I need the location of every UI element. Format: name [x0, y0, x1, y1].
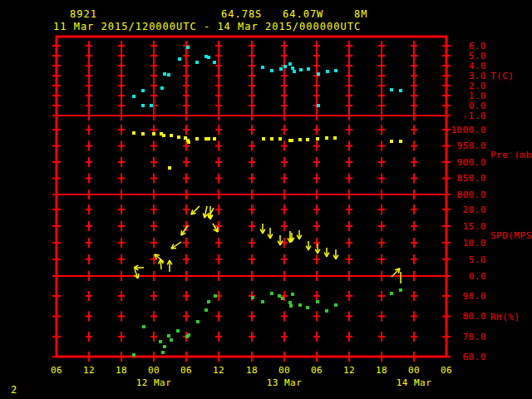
data-point-premb: [270, 137, 273, 140]
data-point-premb: [162, 134, 165, 137]
y-tick-label: 1000.0: [446, 126, 486, 135]
data-point-premb: [141, 132, 145, 135]
data-point-rh: [214, 294, 217, 298]
data-point-tc: [317, 72, 320, 76]
x-hour-label: 00: [278, 366, 290, 375]
y-tick-label: 800.0: [446, 190, 486, 200]
y-tick-label: 70.0: [446, 332, 486, 342]
x-date-label: 12 Mar: [136, 378, 172, 387]
data-point-premb: [290, 139, 293, 142]
y-tick-label: 0.0: [446, 101, 486, 111]
y-tick-label: 0.0: [446, 272, 486, 281]
data-point-premb: [177, 135, 180, 139]
data-point-rh: [291, 293, 294, 296]
data-point-tc: [160, 86, 164, 90]
y-tick-label: 15.0: [446, 222, 486, 231]
y-axis-unit-label: Pre (mb): [490, 150, 532, 160]
x-hour-label: 12: [213, 366, 224, 375]
x-hour-label: 00: [408, 366, 420, 375]
data-point-premb: [390, 140, 393, 143]
elevation-label: 8M: [354, 9, 367, 19]
data-point-premb: [333, 136, 337, 140]
data-point-tc: [213, 61, 216, 64]
longitude-label: 64.07W: [283, 9, 323, 19]
x-hour-label: 18: [246, 366, 258, 375]
data-point-rh: [270, 292, 273, 295]
data-point-rh: [251, 296, 254, 299]
data-point-premb: [213, 137, 216, 140]
x-date-label: 14 Mar: [397, 378, 432, 387]
data-point-rh: [176, 329, 180, 332]
data-point-tc: [390, 88, 393, 91]
data-point-rh: [132, 353, 135, 357]
y-tick-label: 4.0: [446, 62, 486, 71]
wind-arrow-head: [171, 248, 176, 249]
data-point-rh: [306, 306, 309, 309]
data-point-rh: [288, 301, 292, 304]
data-point-tc: [178, 57, 181, 61]
y-tick-label: 950.0: [446, 141, 486, 150]
data-point-tc: [186, 46, 190, 49]
data-point-tc: [299, 68, 303, 71]
x-hour-label: 12: [83, 366, 95, 375]
data-point-premb: [316, 137, 319, 140]
x-hour-label: 12: [343, 366, 355, 375]
y-tick-label: 10.0: [446, 239, 486, 248]
data-point-rh: [316, 300, 319, 303]
station-id: 8921: [70, 9, 97, 19]
data-point-rh: [261, 300, 264, 303]
data-point-rh: [170, 338, 173, 342]
data-point-tc: [141, 104, 145, 107]
data-point-premb: [298, 138, 302, 141]
data-point-tc: [150, 104, 153, 107]
data-point-tc: [283, 65, 287, 68]
data-point-tc: [399, 89, 402, 92]
data-point-tc: [132, 95, 135, 98]
data-point-rh: [207, 300, 210, 303]
data-point-rh: [187, 333, 190, 337]
data-point-rh: [163, 345, 166, 348]
y-tick-label: 3.0: [446, 71, 486, 81]
y-tick-label: 5.0: [446, 255, 486, 264]
latitude-label: 64.78S: [221, 9, 262, 19]
y-tick-label: 5.0: [446, 52, 486, 61]
y-tick-label: 20.0: [446, 205, 486, 214]
data-point-tc: [141, 89, 145, 92]
data-point-tc: [270, 69, 273, 72]
data-point-rh: [196, 320, 200, 323]
y-tick-label: -1.0: [446, 111, 486, 121]
data-point-premb: [262, 137, 265, 140]
wind-arrow-head: [138, 273, 139, 278]
x-hour-label: 06: [51, 366, 62, 375]
y-tick-label: 1.0: [446, 91, 486, 101]
data-point-rh: [390, 292, 393, 295]
data-point-premb: [170, 134, 173, 137]
meteogram-screen: 8921 64.78S 64.07W 8M 11 Mar 2015/120000…: [0, 0, 532, 399]
data-point-tc: [291, 66, 294, 70]
x-hour-label: 18: [116, 366, 127, 375]
data-point-rh: [204, 308, 208, 312]
data-point-tc: [317, 104, 320, 107]
data-point-rh: [167, 334, 170, 337]
y-tick-label: 60.0: [446, 352, 486, 362]
data-point-rh: [142, 325, 145, 328]
data-point-rh: [161, 351, 165, 354]
data-point-rh: [281, 297, 284, 300]
data-point-tc: [261, 66, 264, 69]
time-range-label: 11 Mar 2015/120000UTC - 14 Mar 2015/0000…: [53, 22, 361, 32]
x-hour-label: 06: [311, 366, 323, 375]
page-number: 2: [11, 385, 17, 395]
data-point-rh: [298, 303, 302, 307]
data-point-tc: [207, 56, 210, 59]
data-point-premb: [195, 137, 199, 140]
data-point-tc: [279, 67, 283, 71]
data-point-premb: [278, 137, 282, 140]
y-axis-unit-label: T(C): [490, 71, 515, 81]
x-hour-label: 18: [376, 366, 387, 375]
y-axis-unit-label: SPD(MPS): [490, 231, 532, 240]
data-point-tc: [293, 70, 296, 73]
data-point-premb: [168, 166, 171, 170]
data-point-rh: [289, 304, 293, 308]
y-tick-label: 80.0: [446, 312, 486, 321]
data-point-tc: [167, 73, 170, 76]
